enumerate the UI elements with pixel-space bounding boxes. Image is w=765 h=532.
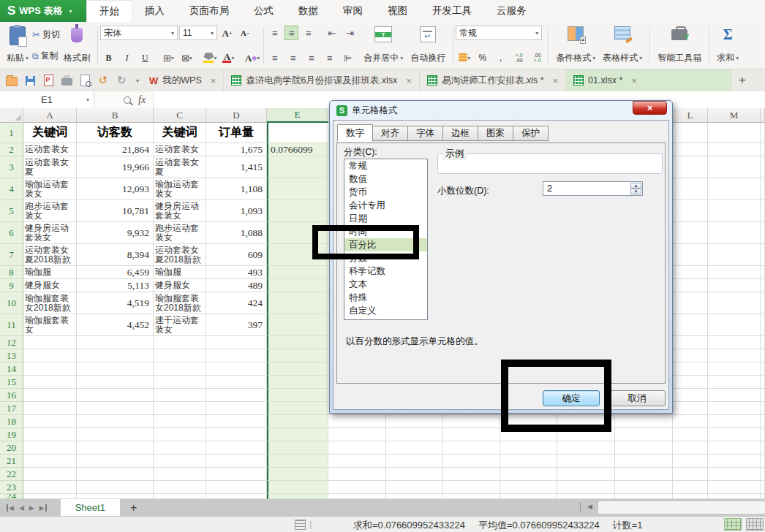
- cell-M11[interactable]: [708, 314, 761, 336]
- comma-format-button[interactable]: ,: [492, 50, 509, 65]
- cell-I24[interactable]: [500, 494, 557, 499]
- cell-I23[interactable]: [500, 481, 557, 494]
- cell-M3[interactable]: [708, 156, 761, 178]
- cell-B6[interactable]: 9,932: [77, 222, 154, 244]
- cell-C14[interactable]: [154, 362, 206, 376]
- wrap-text-button[interactable]: 自动换行: [407, 24, 449, 66]
- cell-E17[interactable]: [267, 402, 328, 415]
- cell-M23[interactable]: [708, 481, 761, 494]
- open-file-icon[interactable]: [6, 75, 18, 86]
- cell-M12[interactable]: [708, 336, 761, 349]
- cell-E19[interactable]: [267, 428, 328, 441]
- cell-N13[interactable]: [761, 349, 765, 362]
- align-top-icon[interactable]: ≡: [266, 26, 283, 40]
- row-header-20[interactable]: 20: [0, 441, 23, 455]
- distribute-icon[interactable]: ⊫: [339, 50, 356, 65]
- cell-C18[interactable]: [154, 415, 206, 428]
- cell-N5[interactable]: [761, 200, 765, 222]
- cell-B2[interactable]: 21,864: [77, 143, 154, 156]
- cell-A19[interactable]: [23, 428, 77, 441]
- cell-N22[interactable]: [761, 468, 765, 481]
- grid-corner[interactable]: [0, 108, 23, 123]
- cell-M20[interactable]: [708, 441, 761, 455]
- cell-H24[interactable]: [443, 494, 500, 499]
- print-preview-icon[interactable]: [79, 75, 91, 86]
- cell-L19[interactable]: [673, 428, 708, 441]
- cell-B9[interactable]: 5,113: [77, 279, 154, 292]
- cell-N20[interactable]: [761, 441, 765, 455]
- decimal-places-input[interactable]: 2 ▲ ▼: [543, 181, 643, 196]
- cell-L6[interactable]: [673, 222, 708, 244]
- cell-A21[interactable]: [23, 455, 77, 468]
- cell-B11[interactable]: 4,452: [77, 314, 154, 336]
- font-size-select[interactable]: 11▾: [179, 26, 217, 40]
- cell-E5[interactable]: [267, 200, 328, 222]
- cell-D7[interactable]: 609: [206, 244, 267, 266]
- cell-J21[interactable]: [557, 455, 615, 468]
- cell-E3[interactable]: [267, 156, 328, 178]
- cell-F21[interactable]: [328, 455, 386, 468]
- cell-G23[interactable]: [386, 481, 443, 494]
- name-box[interactable]: E1▾: [0, 91, 94, 108]
- cell-B17[interactable]: [77, 402, 154, 415]
- cell-L9[interactable]: [673, 279, 708, 292]
- row-header-18[interactable]: 18: [0, 415, 23, 428]
- sum-button[interactable]: Σ 求和▾: [713, 24, 742, 66]
- cell-B18[interactable]: [77, 415, 154, 428]
- cell-A8[interactable]: 瑜伽服: [23, 266, 77, 279]
- cell-C7[interactable]: 运动套装女夏2018新款: [154, 244, 206, 266]
- cell-M21[interactable]: [708, 455, 761, 468]
- column-header-B[interactable]: B: [77, 108, 154, 123]
- decrease-font-button[interactable]: A−: [237, 26, 254, 40]
- cell-N16[interactable]: [761, 389, 765, 402]
- category-item-货币[interactable]: 货币: [344, 186, 427, 199]
- menu-tab-视图[interactable]: 视图: [375, 0, 420, 22]
- wps-logo[interactable]: S WPS 表格 ▾: [0, 0, 86, 22]
- draw-border-button[interactable]: ⊠▾: [178, 50, 195, 65]
- cell-N24[interactable]: [761, 494, 765, 499]
- cell-M13[interactable]: [708, 349, 761, 362]
- menu-tab-云服务[interactable]: 云服务: [484, 0, 539, 22]
- cell-N7[interactable]: [761, 244, 765, 266]
- cell-A12[interactable]: [23, 336, 77, 349]
- cell-C19[interactable]: [154, 428, 206, 441]
- cell-B12[interactable]: [77, 336, 154, 349]
- cell-D9[interactable]: 489: [206, 279, 267, 292]
- cell-N3[interactable]: [761, 156, 765, 178]
- cell-B7[interactable]: 8,394: [77, 244, 154, 266]
- row-header-14[interactable]: 14: [0, 362, 23, 376]
- cell-B16[interactable]: [77, 389, 154, 402]
- file-tab-2[interactable]: 森浒电商学院6月份排课及排班表.xlsx×: [224, 69, 420, 91]
- conditional-format-button[interactable]: 条件格式▾: [552, 24, 599, 66]
- cell-C23[interactable]: [154, 481, 206, 494]
- close-tab-icon[interactable]: ×: [631, 75, 637, 86]
- cell-F22[interactable]: [328, 468, 386, 481]
- column-header-D[interactable]: D: [206, 108, 267, 123]
- row-header-3[interactable]: 3: [0, 156, 23, 178]
- increase-indent-icon[interactable]: ⇥: [342, 26, 358, 40]
- cell-C8[interactable]: 瑜伽服: [154, 266, 206, 279]
- cell-C15[interactable]: [154, 376, 206, 389]
- cell-L8[interactable]: [673, 266, 708, 279]
- category-item-常规[interactable]: 常规: [344, 159, 427, 172]
- row-header-16[interactable]: 16: [0, 389, 23, 402]
- cell-D13[interactable]: [206, 349, 267, 362]
- dialog-titlebar[interactable]: S 单元格格式: [330, 101, 672, 120]
- column-header-L[interactable]: L: [673, 108, 708, 123]
- cell-C17[interactable]: [154, 402, 206, 415]
- cell-A24[interactable]: [23, 494, 77, 499]
- cell-E10[interactable]: [267, 292, 328, 314]
- cell-C22[interactable]: [154, 468, 206, 481]
- cell-L15[interactable]: [673, 376, 708, 389]
- cell-H21[interactable]: [443, 455, 500, 468]
- cell-N9[interactable]: [761, 279, 765, 292]
- row-header-17[interactable]: 17: [0, 402, 23, 415]
- cell-B14[interactable]: [77, 362, 154, 376]
- cell-D15[interactable]: [206, 376, 267, 389]
- cell-A22[interactable]: [23, 468, 77, 481]
- cell-N23[interactable]: [761, 481, 765, 494]
- cell-M1[interactable]: [708, 123, 761, 143]
- cancel-button[interactable]: 取消: [608, 390, 666, 406]
- cell-A20[interactable]: [23, 441, 77, 455]
- clear-format-button[interactable]: A◆▾: [244, 50, 261, 65]
